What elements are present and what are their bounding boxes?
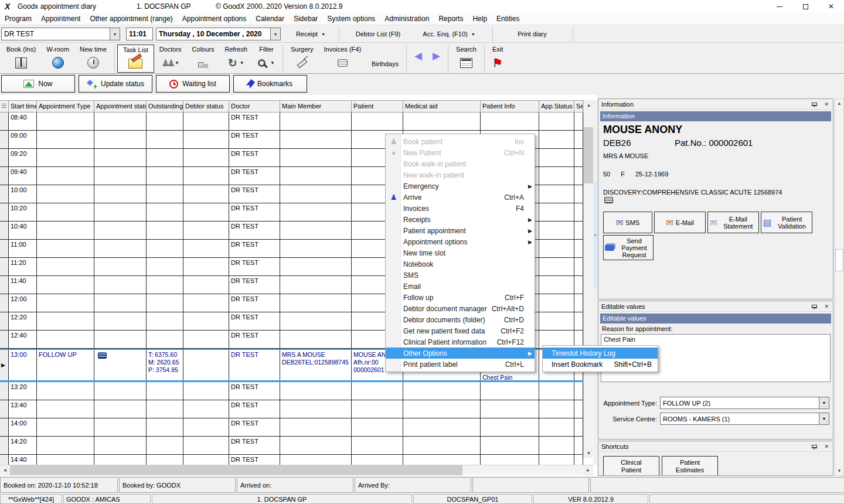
diary-cell[interactable]	[481, 113, 539, 130]
diary-row-14:20[interactable]: 14:20DR TEST	[0, 437, 583, 455]
menubar-item-reports[interactable]: Reports	[434, 13, 468, 25]
diary-cell[interactable]	[147, 167, 183, 185]
diary-cell[interactable]	[37, 185, 94, 203]
diary-cell[interactable]	[94, 455, 147, 465]
diary-cell[interactable]	[183, 185, 229, 203]
toolbar-button-doctors[interactable]: Doctors▼	[154, 45, 187, 73]
context-menu-item-receipts[interactable]: Receipts▶	[386, 214, 535, 225]
diary-cell[interactable]	[280, 203, 352, 221]
diary-cell[interactable]	[352, 418, 403, 436]
diary-cell[interactable]	[539, 240, 574, 257]
diary-cell[interactable]	[539, 437, 574, 454]
waiting-list-button[interactable]: Waiting list	[156, 75, 230, 93]
diary-cell[interactable]	[352, 382, 403, 400]
scroll-left-icon[interactable]: ◄	[0, 465, 10, 475]
scroll-up-icon[interactable]: ▲	[835, 99, 843, 108]
diary-cell[interactable]	[183, 418, 229, 436]
row-gutter[interactable]	[0, 258, 9, 275]
diary-cell[interactable]	[147, 400, 183, 418]
diary-cell[interactable]	[183, 455, 229, 465]
diary-cell[interactable]	[280, 382, 352, 400]
diary-vertical-scrollbar[interactable]: ▲ ▼	[583, 100, 593, 458]
diary-cell[interactable]	[574, 382, 583, 400]
diary-cell[interactable]	[539, 276, 574, 294]
diary-cell[interactable]	[183, 167, 229, 185]
clinical-patient-information-button[interactable]: Clinical Patient Information	[603, 456, 659, 476]
diary-cell[interactable]: DR TEST	[229, 167, 280, 185]
bookmarks-button[interactable]: Bookmarks	[233, 75, 307, 93]
diary-cell[interactable]: DR TEST	[229, 131, 280, 148]
diary-cell[interactable]	[352, 455, 403, 465]
row-gutter[interactable]: ▶	[0, 350, 9, 380]
diary-cell[interactable]	[352, 437, 403, 454]
diary-cell[interactable]	[147, 113, 183, 130]
row-gutter[interactable]	[0, 222, 9, 239]
diary-cell[interactable]	[37, 113, 94, 130]
row-gutter[interactable]	[0, 455, 9, 465]
diary-cell[interactable]	[37, 276, 94, 294]
diary-cell[interactable]	[574, 113, 583, 130]
diary-cell[interactable]: 09:00	[9, 131, 37, 148]
diary-cell[interactable]	[403, 455, 481, 465]
diary-cell[interactable]: 13:20	[9, 382, 37, 400]
patient-validation-button[interactable]: Patient Validation	[761, 212, 812, 233]
diary-cell[interactable]	[280, 276, 352, 294]
context-menu-item-new-walk-in-patient[interactable]: New walk-in patient	[386, 169, 535, 181]
diary-cell[interactable]	[37, 149, 94, 166]
diary-cell[interactable]: T: 6375.60M: 2620.65P: 3754.95	[147, 350, 183, 380]
context-menu-item-debtor-document-manager[interactable]: Debtor document managerCtrl+Alt+D	[386, 303, 535, 314]
diary-cell[interactable]	[280, 418, 352, 436]
diary-cell[interactable]	[147, 382, 183, 400]
diary-cell[interactable]	[539, 113, 574, 130]
row-gutter[interactable]	[0, 203, 9, 221]
context-menu-item-notebook[interactable]: Notebook	[386, 258, 535, 270]
diary-row-13:40[interactable]: 13:40DR TEST	[0, 400, 583, 418]
diary-cell[interactable]	[94, 240, 147, 257]
e-mail-statement-button[interactable]: E-Mail Statement	[707, 212, 759, 233]
diary-cell[interactable]	[94, 222, 147, 239]
column-header-patient[interactable]: Patient	[352, 100, 403, 113]
row-gutter[interactable]	[0, 149, 9, 166]
diary-cell[interactable]	[183, 350, 229, 380]
pin-icon[interactable]	[812, 305, 817, 308]
print-diary-button[interactable]: Print diary	[503, 28, 561, 40]
diary-cell[interactable]: FOLLOW UP	[37, 350, 94, 380]
scrollbar-thumb[interactable]	[10, 465, 462, 475]
diary-cell[interactable]: MRS A MOUSEDEB26TEL:0125898745	[280, 350, 352, 380]
diary-cell[interactable]	[183, 240, 229, 257]
diary-cell[interactable]: 14:40	[9, 455, 37, 465]
diary-cell[interactable]	[539, 222, 574, 239]
diary-cell[interactable]	[94, 331, 147, 348]
row-gutter[interactable]	[0, 167, 9, 185]
next-day-button[interactable]	[427, 45, 445, 73]
menubar-item-calendar[interactable]: Calendar	[251, 13, 289, 25]
diary-cell[interactable]: DR TEST	[229, 258, 280, 275]
diary-cell[interactable]	[183, 113, 229, 130]
diary-cell[interactable]: DR TEST	[229, 185, 280, 203]
diary-cell[interactable]: DR TEST	[229, 312, 280, 330]
row-gutter[interactable]	[0, 400, 9, 418]
row-gutter[interactable]	[0, 437, 9, 454]
pin-icon[interactable]	[812, 103, 817, 106]
chevron-down-icon[interactable]: ▼	[819, 397, 829, 408]
previous-day-button[interactable]	[409, 45, 427, 73]
context-menu-item-appointment-options[interactable]: Appointment options▶	[386, 236, 535, 247]
diary-cell[interactable]: 13:40	[9, 400, 37, 418]
diary-cell[interactable]	[37, 167, 94, 185]
diary-cell[interactable]: DR TEST	[229, 240, 280, 257]
diary-cell[interactable]	[574, 437, 583, 454]
toolbar-button-refresh[interactable]: Refresh▼	[220, 45, 253, 73]
column-header-gutter[interactable]	[0, 100, 9, 113]
diary-cell[interactable]	[280, 400, 352, 418]
row-gutter[interactable]	[0, 382, 9, 400]
diary-cell[interactable]	[147, 131, 183, 148]
diary-cell[interactable]	[37, 240, 94, 257]
column-header-app-status[interactable]: App.Status	[539, 100, 574, 113]
menubar-item-administration[interactable]: Administration	[380, 13, 434, 25]
column-header-doctor[interactable]: Doctor	[229, 100, 280, 113]
menubar-item-entities[interactable]: Entities	[492, 13, 524, 25]
diary-cell[interactable]: DR TEST	[229, 382, 280, 400]
diary-cell[interactable]	[539, 258, 574, 275]
toolbar-button-search[interactable]: Search	[451, 45, 482, 73]
chevron-down-icon[interactable]: ▼	[240, 60, 244, 66]
